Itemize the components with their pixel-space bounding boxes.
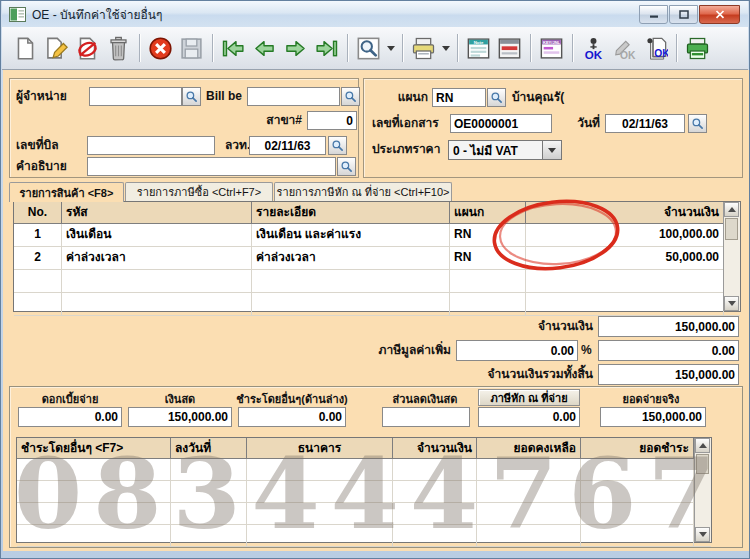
doc-no-label: เลขที่เอกสาร (372, 114, 439, 133)
document-panel: แผนก RN บ้านคุณรั( เลขที่เอกสาร OE000000… (363, 78, 743, 178)
approve-document-icon[interactable]: OK (640, 33, 671, 64)
vendor-search-icon[interactable] (182, 87, 201, 106)
bill-no-label: เลขที่บิล (16, 136, 59, 155)
key-journal-icon[interactable]: KEY/JNL (536, 33, 567, 64)
actual-pay-field: 150,000.00 (600, 407, 706, 427)
date-label: วันที่ (560, 114, 600, 133)
new-document-icon[interactable] (10, 33, 41, 64)
edit-document-icon[interactable] (41, 33, 72, 64)
note-icon[interactable]: Note (463, 33, 494, 64)
approve-pin-icon[interactable]: OK (578, 33, 609, 64)
percent-sign: % (581, 341, 592, 360)
svg-text:OK: OK (620, 50, 636, 61)
toolbar-separator (676, 34, 677, 62)
department-search-icon[interactable] (487, 88, 506, 107)
minimize-button[interactable] (639, 5, 668, 24)
table-row-empty[interactable] (17, 525, 711, 547)
price-type-combo[interactable]: 0 - ไม่มี VAT (448, 140, 562, 160)
toolbar-separator (572, 34, 573, 62)
withholding-tax-button[interactable]: ภาษีหัก ณ ที่จ่าย (478, 389, 580, 406)
vendor-panel: ผู้จำหน่าย Bill be สาขา# 0 เลขที่บิล ลวท… (9, 78, 359, 178)
price-type-dropdown-icon[interactable] (542, 140, 562, 160)
first-record-icon[interactable] (218, 33, 249, 64)
print-dropdown-icon[interactable] (439, 33, 452, 64)
last-record-icon[interactable] (311, 33, 342, 64)
svg-text:Note: Note (474, 39, 484, 44)
window-title: OE - บันทึกค่าใช้จ่ายอื่นๆ (32, 5, 162, 24)
table-row-empty[interactable] (17, 503, 711, 525)
delete-icon[interactable] (103, 33, 134, 64)
tab-withholding-tax[interactable]: รายการภาษีหัก ณ ที่จ่าย <Ctrl+F10> (274, 182, 452, 201)
tax-print-icon[interactable] (682, 33, 713, 64)
scroll-thumb[interactable] (696, 454, 709, 474)
bill-be-field[interactable] (247, 87, 340, 106)
cash-field[interactable]: 150,000.00 (128, 407, 232, 427)
branch-field[interactable]: 0 (307, 111, 357, 130)
bill-be-search-icon[interactable] (341, 87, 360, 106)
tab-purchase-tax[interactable]: รายการภาษีซื้อ <Ctrl+F7> (125, 182, 273, 201)
next-record-icon[interactable] (280, 33, 311, 64)
scroll-down-icon[interactable] (695, 527, 710, 542)
app-window: OE - บันทึกค่าใช้จ่ายอื่นๆ Note KEY/JNL (0, 0, 750, 559)
approve-edit-icon[interactable]: OK (609, 33, 640, 64)
pay-other-field: 0.00 (238, 407, 346, 427)
total-amount-label: จำนวนเงิน (473, 317, 593, 336)
previous-record-icon[interactable] (249, 33, 280, 64)
scroll-thumb[interactable] (725, 218, 738, 240)
col-amount: จำนวนเงิน (393, 438, 477, 458)
description-search-icon[interactable] (337, 157, 356, 176)
payment-table-header: ชำระโดยอื่นๆ <F7> ลงวันที่ ธนาคาร จำนวนเ… (17, 438, 711, 459)
maximize-button[interactable] (669, 5, 698, 24)
svg-text:OK: OK (654, 47, 668, 58)
table-row[interactable]: 1 เงินเดือน เงินเดือน และค่าแรง RN 100,0… (14, 224, 740, 247)
items-table: No. รหัส รายละเอียด แผนก จำนวนเงิน 1 เงิ… (13, 201, 741, 312)
cash-discount-field[interactable] (382, 407, 470, 427)
col-paid: ยอดชำระ (581, 438, 694, 458)
doc-no-field[interactable]: OE0000001 (450, 114, 552, 133)
bill-date-search-icon[interactable] (328, 136, 347, 155)
table-row[interactable]: 2 ค่าล่วงเวลา ค่าล่วงเวลา RN 50,000.00 (14, 247, 740, 270)
cancel-icon[interactable] (145, 33, 176, 64)
col-date: ลงวันที่ (171, 438, 247, 458)
svg-text:KEY/JNL: KEY/JNL (543, 39, 561, 44)
vat-percent-field[interactable]: 0.00 (456, 340, 578, 361)
scroll-down-icon[interactable] (724, 296, 739, 311)
scroll-up-icon[interactable] (724, 202, 739, 217)
bill-no-field[interactable] (87, 136, 215, 155)
tab-items[interactable]: รายการสินค้า <F8> (9, 182, 124, 202)
interest-field[interactable]: 0.00 (18, 407, 122, 427)
payment-table: ชำระโดยอื่นๆ <F7> ลงวันที่ ธนาคาร จำนวนเ… (16, 437, 712, 543)
date-field[interactable]: 02/11/63 (605, 114, 685, 133)
total-amount-field: 150,000.00 (598, 316, 739, 337)
payment-window-icon[interactable] (494, 33, 525, 64)
save-icon[interactable] (176, 33, 207, 64)
description-label: คำอธิบาย (16, 157, 67, 176)
find-dropdown-icon[interactable] (384, 33, 397, 64)
table-row-empty[interactable] (17, 459, 711, 481)
vendor-field[interactable] (89, 87, 182, 106)
branch-label: สาขา# (240, 111, 302, 130)
date-search-icon[interactable] (688, 114, 707, 133)
close-button[interactable] (699, 5, 740, 24)
description-field[interactable] (87, 157, 336, 176)
table-row-empty[interactable] (14, 293, 740, 316)
svg-text:OK: OK (585, 49, 603, 61)
table-row-empty[interactable] (14, 270, 740, 293)
department-field[interactable]: RN (432, 88, 486, 107)
print-icon[interactable] (408, 33, 439, 64)
window-controls (638, 5, 740, 24)
items-table-scrollbar[interactable] (723, 202, 740, 311)
price-type-label: ประเภทราคา (372, 140, 440, 159)
toolbar-separator (139, 34, 140, 62)
void-document-icon[interactable] (72, 33, 103, 64)
find-icon[interactable] (353, 33, 384, 64)
table-row-empty[interactable] (17, 481, 711, 503)
bill-date-label: ลวท. (225, 136, 250, 155)
scroll-up-icon[interactable] (695, 438, 710, 453)
payment-table-scrollbar[interactable] (694, 438, 711, 542)
bill-date-field[interactable]: 02/11/63 (249, 136, 326, 155)
price-type-value: 0 - ไม่มี VAT (448, 140, 542, 160)
grand-total-field: 150,000.00 (598, 364, 739, 385)
vat-amount-field: 0.00 (598, 340, 739, 361)
titlebar: OE - บันทึกค่าใช้จ่ายอื่นๆ (2, 1, 748, 27)
